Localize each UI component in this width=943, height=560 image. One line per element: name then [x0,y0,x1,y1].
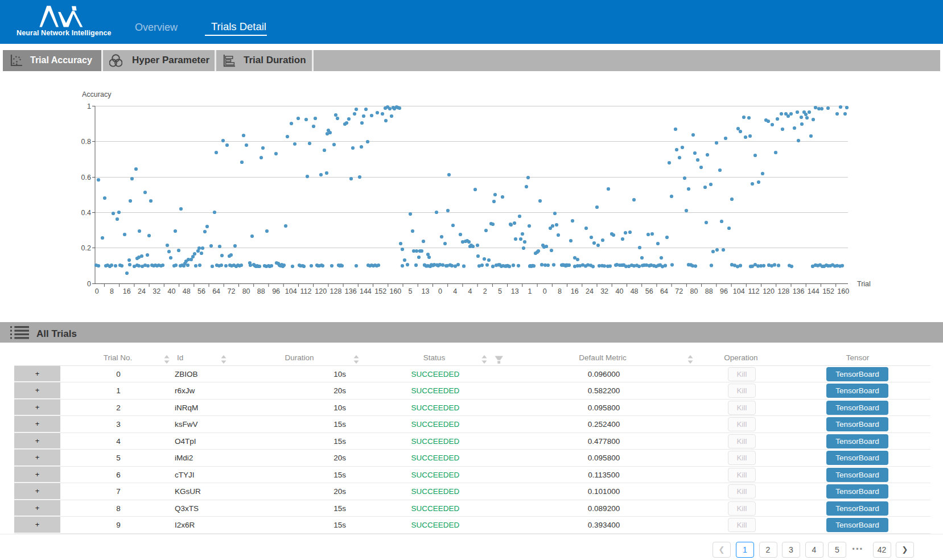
svg-text:112: 112 [300,287,312,295]
svg-text:0: 0 [87,280,91,288]
svg-text:136: 136 [345,287,357,295]
svg-text:144: 144 [360,287,372,295]
svg-text:8: 8 [558,287,562,295]
svg-text:24: 24 [586,287,594,295]
svg-text:0.2: 0.2 [81,244,91,252]
svg-text:Trial: Trial [857,280,871,288]
svg-text:4: 4 [468,287,472,295]
svg-text:32: 32 [153,287,160,295]
svg-text:13: 13 [421,287,429,295]
svg-text:128: 128 [777,287,789,295]
svg-text:40: 40 [168,287,176,295]
svg-text:88: 88 [257,287,265,295]
svg-text:0: 0 [95,287,99,295]
svg-text:144: 144 [808,287,820,295]
svg-text:32: 32 [600,287,608,295]
svg-text:64: 64 [660,287,668,295]
svg-text:5: 5 [498,287,502,295]
svg-text:96: 96 [720,287,728,295]
svg-text:136: 136 [793,287,805,295]
svg-text:24: 24 [138,287,146,295]
svg-text:152: 152 [822,287,834,295]
svg-text:160: 160 [389,287,401,295]
svg-text:2: 2 [483,287,487,295]
svg-text:Accuracy: Accuracy [82,90,112,98]
svg-text:64: 64 [212,287,220,295]
svg-text:4: 4 [453,287,457,295]
svg-text:0.8: 0.8 [81,138,91,146]
svg-text:152: 152 [374,287,386,295]
svg-text:5: 5 [409,287,413,295]
svg-text:1: 1 [528,287,532,295]
svg-text:48: 48 [631,287,639,295]
svg-text:104: 104 [733,287,745,295]
svg-text:13: 13 [511,287,519,295]
svg-text:0.4: 0.4 [81,209,91,217]
svg-text:0: 0 [543,287,547,295]
svg-text:72: 72 [675,287,683,295]
svg-text:160: 160 [837,287,849,295]
svg-text:56: 56 [197,287,205,295]
svg-text:0.6: 0.6 [81,174,91,182]
svg-text:16: 16 [571,287,579,295]
svg-text:8: 8 [110,287,114,295]
svg-text:80: 80 [690,287,698,295]
svg-text:120: 120 [315,287,327,295]
svg-text:104: 104 [285,287,297,295]
svg-text:80: 80 [242,287,250,295]
svg-text:0: 0 [438,287,442,295]
svg-text:96: 96 [272,287,280,295]
svg-text:112: 112 [748,287,759,295]
svg-text:120: 120 [763,287,775,295]
svg-text:72: 72 [227,287,235,295]
svg-text:48: 48 [183,287,191,295]
svg-text:1: 1 [87,102,91,110]
svg-text:56: 56 [645,287,653,295]
svg-text:16: 16 [123,287,131,295]
svg-text:88: 88 [705,287,713,295]
svg-text:40: 40 [615,287,623,295]
svg-text:128: 128 [330,287,342,295]
